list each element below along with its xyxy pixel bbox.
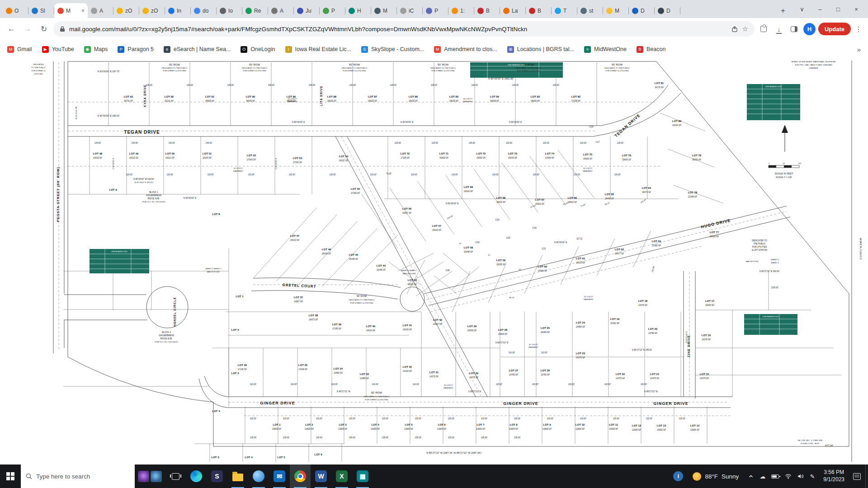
browser-tab[interactable]: 1:	[448, 3, 474, 18]
bookmark-item[interactable]: ≡MidWestOne	[584, 46, 627, 53]
tab-search-icon[interactable]: ∨	[793, 0, 811, 18]
browser-tab[interactable]: A	[268, 3, 294, 18]
tab-close-icon[interactable]: ×	[81, 8, 85, 14]
back-button[interactable]: ←	[5, 22, 18, 36]
browser-tab[interactable]: Ju	[294, 3, 320, 18]
bookmark-star-icon[interactable]: ☆	[742, 25, 748, 33]
volume-icon[interactable]	[797, 474, 804, 479]
tab-title: D	[641, 8, 651, 14]
file-explorer-button[interactable]	[227, 465, 248, 488]
profile-avatar[interactable]: H	[803, 23, 816, 35]
dimension-label: 115.00'	[283, 418, 289, 420]
bookmark-item[interactable]: IIowa Real Estate Lic...	[285, 46, 351, 53]
url-text[interactable]: mail.google.com/mail/u/0/?zx=xg2y5nj15ma…	[69, 26, 727, 33]
taskbar-search-input[interactable]: Type here to search	[21, 465, 135, 488]
show-desktop-button[interactable]	[865, 465, 868, 488]
bookmark-item[interactable]: MAmendment to clos...	[434, 46, 497, 53]
browser-tab[interactable]: M	[603, 3, 629, 18]
chrome-update-button[interactable]: Update	[818, 23, 851, 35]
bookmark-item[interactable]: SSkySlope - Custom...	[361, 46, 424, 53]
extensions-icon[interactable]	[757, 23, 770, 35]
bookmark-item[interactable]: MGmail	[7, 46, 32, 53]
maximize-button[interactable]: □	[829, 0, 847, 18]
browser-tab[interactable]: iC	[397, 3, 423, 18]
browser-tab[interactable]: M×	[54, 3, 88, 18]
street-name: GINGER DRIVE	[503, 401, 538, 406]
address-bar[interactable]: mail.google.com/mail/u/0/?zx=xg2y5nj15ma…	[53, 21, 755, 37]
side-panel-icon[interactable]	[788, 23, 801, 35]
excel-button[interactable]: X	[331, 465, 352, 488]
browser-tab[interactable]: A	[88, 3, 113, 18]
excel-icon: X	[336, 470, 348, 482]
browser-tab[interactable]: La	[500, 3, 526, 18]
reload-button[interactable]: ↻	[37, 22, 51, 36]
pen-icon[interactable]: ✎	[810, 473, 815, 480]
dimension-label: 115.00'	[370, 174, 377, 176]
task-view-button[interactable]	[165, 465, 186, 488]
tab-favicon	[57, 8, 64, 14]
browser-tab[interactable]: D	[655, 3, 680, 18]
browser-tab[interactable]: T	[552, 3, 577, 18]
browser-tab[interactable]: Io	[217, 3, 242, 18]
map-note: 151.63'	[640, 198, 647, 204]
word-button[interactable]: W	[311, 465, 331, 488]
dimension-label: 115.00'	[614, 174, 621, 176]
battery-icon[interactable]	[771, 474, 779, 479]
minimize-button[interactable]: –	[811, 0, 829, 18]
tab-favicon	[349, 8, 355, 14]
bookmark-item[interactable]: ▶YouTube	[42, 46, 74, 53]
search-highlight-thumbnails[interactable]	[135, 465, 165, 488]
taskbar-clock[interactable]: 3:56 PM 9/1/2023	[821, 469, 847, 483]
bookmark-item[interactable]: PParagon 5	[118, 46, 154, 53]
bookmark-item[interactable]: BBeacon	[637, 46, 665, 53]
browser-menu-icon[interactable]: ⋮	[854, 25, 863, 33]
weather-widget[interactable]: 88°F Sunny	[689, 472, 742, 481]
browser-tab[interactable]: M	[371, 3, 397, 18]
edge-button[interactable]	[186, 465, 207, 488]
bookmark-favicon: M	[7, 46, 14, 53]
onedrive-icon[interactable]: ☁	[760, 473, 765, 480]
app-blue-button[interactable]	[248, 465, 269, 488]
action-center-icon[interactable]	[853, 473, 861, 480]
dimension-label: 115.00'	[316, 418, 322, 420]
app-teal-button[interactable]: ▦	[352, 465, 373, 488]
browser-tab[interactable]: B	[526, 3, 552, 18]
downloads-icon[interactable]: ↓	[773, 23, 785, 35]
browser-tab[interactable]: In	[165, 3, 191, 18]
browser-tab[interactable]: O	[3, 3, 28, 18]
browser-tab[interactable]: Re	[242, 3, 268, 18]
chrome-button[interactable]	[290, 465, 311, 488]
wifi-icon[interactable]	[785, 474, 792, 479]
close-button[interactable]: ×	[847, 0, 865, 18]
browser-tab[interactable]: P	[320, 3, 345, 18]
outlook-button[interactable]: ✉	[269, 465, 290, 488]
tab-favicon	[117, 8, 123, 14]
browser-tab[interactable]: st	[577, 3, 603, 18]
bookmark-label: Locations | BGRS tal...	[517, 46, 574, 52]
browser-tab[interactable]: B	[474, 3, 500, 18]
map-note: 50' ROW	[438, 63, 448, 66]
browser-tab[interactable]: Sl	[28, 3, 54, 18]
bookmark-item[interactable]: ◉Maps	[84, 46, 108, 53]
new-tab-button[interactable]: +	[777, 5, 789, 17]
forward-button[interactable]: →	[21, 22, 34, 36]
browser-tab[interactable]: do	[191, 3, 217, 18]
bookmarks-overflow-icon[interactable]: »	[857, 46, 861, 53]
lot-label: LOT 59	[496, 259, 506, 262]
map-note: 70.00'	[386, 173, 392, 175]
map-note: 0	[769, 163, 769, 164]
share-icon[interactable]	[731, 26, 738, 32]
bookmark-item[interactable]: eeSearch | Name Sea...	[164, 46, 231, 53]
dimension-label: 115.00'	[415, 418, 421, 420]
bookmark-item[interactable]: ⊞Locations | BGRS tal...	[507, 46, 574, 53]
browser-tab[interactable]: zO	[113, 3, 139, 18]
start-button[interactable]	[0, 465, 21, 488]
bookmark-item[interactable]: OOneLogin	[241, 46, 275, 53]
browser-tab[interactable]: zO	[139, 3, 165, 18]
tray-chevron-icon[interactable]	[748, 474, 754, 479]
browser-tab[interactable]: P	[423, 3, 448, 18]
app-s-button[interactable]: S	[207, 465, 227, 488]
browser-tab[interactable]: H	[345, 3, 371, 18]
browser-tab[interactable]: D	[629, 3, 655, 18]
info-icon[interactable]: i	[673, 471, 683, 481]
